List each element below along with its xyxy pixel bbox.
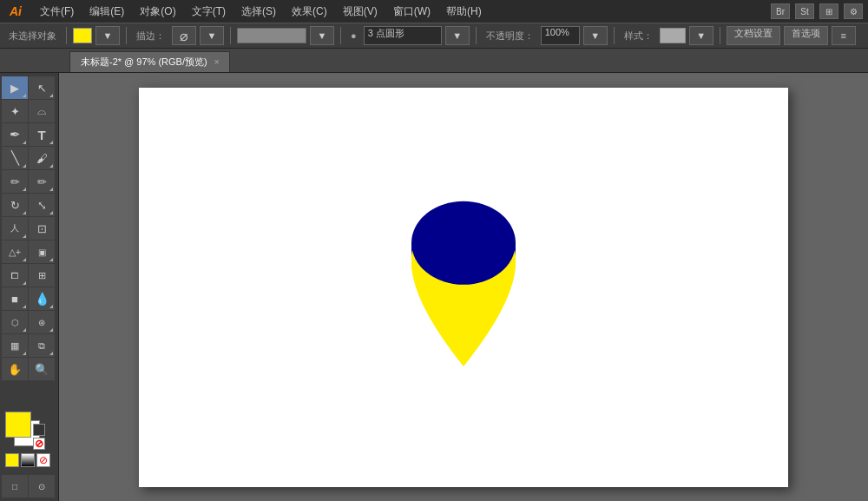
gradient-swatch[interactable]	[21, 453, 35, 467]
menu-bar: 文件(F) 编辑(E) 对象(O) 文字(T) 选择(S) 效果(C) 视图(V…	[33, 3, 764, 21]
divider-3	[230, 27, 231, 44]
svg-point-1	[411, 201, 516, 284]
tool-row-bottom-1: □ ⊙	[2, 475, 56, 498]
scale-tool[interactable]: ⤡	[29, 194, 55, 216]
stroke-size-field[interactable]: 3 点圆形	[364, 26, 442, 45]
stock-icon[interactable]: St	[795, 3, 814, 19]
line-tool[interactable]: ╲	[2, 147, 28, 169]
slice-tool[interactable]: ⧉	[29, 334, 55, 357]
divider-1	[66, 27, 67, 44]
rotate-tool[interactable]: ↻	[2, 194, 28, 216]
selection-label: 未选择对象	[5, 30, 60, 43]
menu-file[interactable]: 文件(F)	[33, 3, 81, 21]
tool-row-6: ↻ ⤡	[2, 194, 56, 216]
divider-2	[126, 27, 127, 44]
menu-help[interactable]: 帮助(H)	[439, 3, 489, 21]
stroke-dropdown[interactable]: ▼	[200, 26, 224, 45]
column-chart-tool[interactable]: ▦	[2, 334, 28, 357]
shape-builder-tool[interactable]: △+	[2, 241, 28, 263]
tool-row-1: ▶ ↖	[2, 76, 56, 99]
paintbrush-tool[interactable]: 🖌	[29, 147, 55, 169]
style-swatch[interactable]	[660, 28, 686, 43]
tool-row-9: ⧠ ⊞	[2, 264, 56, 287]
menu-text[interactable]: 文字(T)	[185, 3, 233, 21]
fill-swatch[interactable]	[73, 28, 92, 43]
canvas-area[interactable]	[59, 73, 868, 501]
doc-settings-btn[interactable]: 文档设置	[727, 26, 780, 45]
magic-wand-tool[interactable]: ✦	[2, 100, 28, 122]
lasso-tool[interactable]: ⌓	[29, 100, 55, 122]
stroke-preview-dropdown[interactable]: ▼	[310, 26, 334, 45]
menu-object[interactable]: 对象(O)	[133, 3, 182, 21]
color-swatches: ⊘	[5, 412, 54, 450]
fill-color-swatch[interactable]	[5, 412, 31, 438]
menu-edit[interactable]: 编辑(E)	[82, 3, 131, 21]
divider-5	[476, 27, 477, 44]
symbol-spray-tool[interactable]: ⊛	[29, 311, 55, 333]
pen-tool[interactable]: ✒	[2, 123, 28, 146]
stroke-size-label: ●	[347, 30, 360, 41]
left-toolbar: ▶ ↖ ✦ ⌓ ✒ T	[0, 73, 59, 501]
zoom-tool[interactable]: 🔍	[29, 358, 55, 380]
hand-tool[interactable]: ✋	[2, 358, 28, 380]
artboard	[139, 88, 788, 487]
tool-row-12: ▦ ⧉	[2, 334, 56, 357]
tool-row-10: ■ 💧	[2, 287, 56, 310]
blob-brush-tool[interactable]: ✏	[2, 170, 28, 193]
divider-7	[720, 27, 720, 44]
preferences-extra[interactable]: ≡	[832, 26, 856, 45]
stroke-size-dropdown[interactable]: ▼	[445, 26, 470, 45]
eyedropper-tool[interactable]: 💧	[29, 287, 55, 310]
live-paint-tool[interactable]: ▣	[29, 241, 55, 263]
tool-row-2: ✦ ⌓	[2, 100, 56, 122]
reset-colors-btn[interactable]	[33, 424, 45, 436]
divider-6	[614, 27, 615, 44]
pencil-tool[interactable]: ✏	[29, 170, 55, 193]
puppet-warp-tool[interactable]: 人	[2, 217, 28, 240]
menu-select[interactable]: 选择(S)	[234, 3, 283, 21]
grid-icon[interactable]: ⊞	[819, 3, 838, 19]
style-label: 样式：	[621, 30, 656, 43]
preferences-btn[interactable]: 首选项	[784, 26, 828, 45]
tool-row-11: ⬡ ⊛	[2, 311, 56, 333]
tab-bar: 未标题-2* @ 97% (RGB/预览) ×	[0, 49, 868, 73]
none-btn[interactable]: ⊘	[36, 453, 50, 467]
stroke-label: 描边：	[133, 30, 168, 43]
title-bar: Ai 文件(F) 编辑(E) 对象(O) 文字(T) 选择(S) 效果(C) 视…	[0, 0, 868, 23]
stroke-preview	[237, 28, 306, 43]
document-tab[interactable]: 未标题-2* @ 97% (RGB/预览) ×	[69, 51, 230, 72]
bridge-icon[interactable]: Br	[771, 3, 790, 19]
draw-mode[interactable]: ⊙	[29, 475, 55, 498]
direct-selection-tool[interactable]: ↖	[29, 76, 55, 99]
opacity-field[interactable]: 100%	[541, 26, 580, 45]
tab-close-btn[interactable]: ×	[214, 57, 220, 67]
color-mode-btn[interactable]	[5, 453, 19, 467]
type-tool[interactable]: T	[29, 123, 55, 146]
tool-row-8: △+ ▣	[2, 241, 56, 263]
style-dropdown[interactable]: ▼	[689, 26, 713, 45]
menu-view[interactable]: 视图(V)	[336, 3, 385, 21]
tab-label: 未标题-2* @ 97% (RGB/预览)	[81, 56, 207, 69]
ai-logo: Ai	[5, 2, 26, 21]
options-toolbar: 未选择对象 ▼ 描边： ⌀ ▼ ▼ ● 3 点圆形 ▼ 不透明度： 100% ▼…	[0, 23, 868, 49]
title-bar-right: Br St ⊞ ⚙	[771, 3, 863, 19]
tool-row-7: 人 ⊡	[2, 217, 56, 240]
menu-effect[interactable]: 效果(C)	[285, 3, 334, 21]
color-section: ⊘ ⊘	[2, 408, 56, 471]
mini-swatches: ⊘	[5, 453, 53, 467]
none-swatch[interactable]: ⊘	[33, 438, 45, 450]
perspective-grid-tool[interactable]: ⧠	[2, 264, 28, 287]
stroke-icon[interactable]: ⌀	[172, 26, 196, 45]
selection-tool[interactable]: ▶	[2, 76, 28, 99]
free-transform-tool[interactable]: ⊡	[29, 217, 55, 240]
settings-icon[interactable]: ⚙	[844, 3, 863, 19]
opacity-dropdown[interactable]: ▼	[583, 26, 608, 45]
mesh-tool[interactable]: ⊞	[29, 264, 55, 287]
blend-tool[interactable]: ⬡	[2, 311, 28, 333]
divider-4	[340, 27, 341, 44]
tool-row-5: ✏ ✏	[2, 170, 56, 193]
fill-options[interactable]: ▼	[95, 26, 120, 45]
change-screen-mode[interactable]: □	[2, 475, 28, 498]
gradient-tool[interactable]: ■	[2, 287, 28, 310]
menu-window[interactable]: 窗口(W)	[386, 3, 437, 21]
